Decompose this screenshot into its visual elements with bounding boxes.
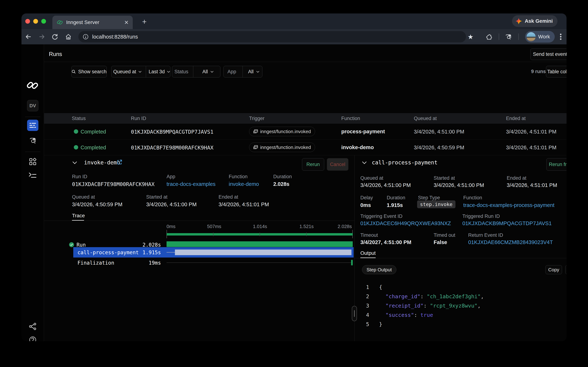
- return-event-link[interactable]: 01KJXDAE66CMZMB28439023V4T: [468, 239, 553, 245]
- tab-search-icon[interactable]: [504, 32, 513, 41]
- url-text: localhost:8288/runs: [92, 34, 138, 40]
- forward-icon[interactable]: [37, 32, 46, 41]
- tab-close-icon[interactable]: ✕: [124, 19, 129, 26]
- chevron-down-icon: [210, 71, 214, 73]
- toolbar-divider: [499, 33, 499, 40]
- chevron-down-icon: [256, 71, 259, 73]
- collapse-chevron-icon[interactable]: [362, 161, 367, 164]
- sidebar-item-share[interactable]: [27, 321, 38, 332]
- app-link[interactable]: trace-docs-examples: [166, 181, 215, 187]
- back-icon[interactable]: [24, 32, 33, 41]
- tab-strip: Inngest Server ✕ + Ask Gemini: [21, 13, 567, 29]
- profile-button[interactable]: Work: [525, 31, 555, 42]
- run-title: invoke-demo: [84, 159, 120, 166]
- terminal-icon: [29, 172, 37, 178]
- collapse-chevron-icon[interactable]: [72, 161, 77, 164]
- status-value-select[interactable]: All: [196, 69, 220, 75]
- table-row[interactable]: Completed 01KJXDACKB9MPQACGTDP7JAVS1 inn…: [44, 124, 567, 140]
- main-area: Runs Send test event ⚙ Show search Queue…: [44, 44, 567, 341]
- sidebar-item-terminal[interactable]: [27, 169, 38, 181]
- inngest-app: DV: [21, 44, 567, 341]
- inngest-favicon: [57, 19, 63, 25]
- site-info-icon[interactable]: [82, 33, 89, 40]
- step-span-bar[interactable]: [175, 250, 351, 255]
- rerun-button[interactable]: Rerun: [302, 158, 324, 171]
- check-circle-icon: [69, 242, 74, 247]
- rerun-from-step-button[interactable]: Rerun from step: [546, 158, 567, 171]
- status-dot: [74, 145, 78, 150]
- ask-gemini-button[interactable]: Ask Gemini: [512, 15, 557, 27]
- run-id-value: 01KJXDACBF7E98M00RAFCK9HAX: [72, 181, 155, 187]
- event-icon: [253, 129, 258, 134]
- event-icon: [253, 145, 258, 150]
- step-function-link[interactable]: trace-docs-examples-process-payment: [463, 202, 554, 208]
- new-tab-button[interactable]: +: [139, 17, 149, 27]
- share-icon: [29, 323, 37, 330]
- runs-count: 9 runs: [531, 69, 546, 74]
- triggering-event-link[interactable]: 01KJXDACEC6H49QRQXWEA93NXZ: [360, 220, 451, 226]
- status-filter[interactable]: Status All: [172, 66, 220, 77]
- external-link-icon[interactable]: [116, 159, 122, 165]
- sidebar-item-help[interactable]: [27, 334, 38, 341]
- step-type-chip: step.invoke: [417, 200, 455, 208]
- sidebar-item-apps[interactable]: [27, 156, 38, 167]
- finalization-span-bar[interactable]: [351, 260, 353, 265]
- run-span-bar[interactable]: [166, 241, 353, 247]
- word-wrap-button[interactable]: [565, 265, 567, 274]
- function-link[interactable]: invoke-demo: [229, 181, 259, 187]
- page-title: Runs: [49, 51, 62, 58]
- step-output-toggle[interactable]: Step Output: [362, 265, 396, 274]
- tab-output[interactable]: Output: [360, 250, 376, 256]
- browser-toolbar: localhost:8288/runs ★ Work: [21, 29, 567, 44]
- browser-window: Inngest Server ✕ + Ask Gemini: [21, 13, 567, 341]
- trigger-badge[interactable]: inngest/function.invoked: [249, 142, 315, 152]
- avatar: [527, 32, 536, 41]
- app-filter[interactable]: App All: [224, 66, 262, 77]
- table-header: Status Run ID Trigger Function Queued at…: [44, 113, 567, 124]
- time-range-select[interactable]: Last 3d: [149, 69, 170, 75]
- tab-trace[interactable]: Trace: [72, 213, 85, 219]
- maximize-button[interactable]: [41, 19, 46, 24]
- sidebar-item-search[interactable]: [27, 135, 38, 146]
- step-detail-panel: call-process-payment Rerun from step Que…: [355, 155, 567, 341]
- browser-menu-icon[interactable]: [556, 32, 565, 41]
- copy-button[interactable]: Copy: [546, 265, 562, 274]
- send-test-event-button[interactable]: Send test event: [530, 48, 567, 60]
- sidebar-divider-2: [25, 152, 40, 152]
- gemini-icon: [515, 18, 522, 25]
- doc-search-icon: [29, 137, 37, 145]
- trace-row-finalization[interactable]: Finalization 19ms: [44, 258, 354, 268]
- bookmark-star-icon[interactable]: ★: [466, 32, 475, 41]
- minimize-button[interactable]: [33, 19, 38, 24]
- help-icon: [29, 336, 37, 341]
- run-detail-panel: invoke-demo Rerun Cancel Run ID 01KJXDAC…: [44, 155, 354, 341]
- app-value-select[interactable]: All: [245, 69, 262, 75]
- table-row[interactable]: Completed 01KJXDACBF7E98M00RAFCK9HAX inn…: [44, 140, 567, 155]
- chevron-down-icon: [167, 71, 170, 73]
- runs-list-icon: [29, 123, 36, 128]
- sidebar: DV: [21, 44, 44, 341]
- table-columns-button[interactable]: Table columns: [546, 66, 567, 77]
- trigger-badge[interactable]: inngest/function.invoked: [249, 127, 315, 136]
- cancel-button[interactable]: Cancel: [327, 158, 348, 171]
- show-search-button[interactable]: Show search: [71, 66, 107, 77]
- triggered-run-link[interactable]: 01KJXDACKB9MPQACGTDP7JAVS1: [462, 220, 552, 226]
- step-title: call-process-payment: [372, 159, 438, 166]
- chevron-down-icon: [138, 71, 142, 73]
- status-dot: [74, 129, 78, 134]
- extensions-icon[interactable]: [485, 32, 493, 41]
- address-bar[interactable]: localhost:8288/runs: [78, 31, 466, 42]
- close-button[interactable]: [25, 19, 30, 24]
- reload-icon[interactable]: [50, 32, 59, 41]
- sidebar-item-runs[interactable]: [27, 120, 38, 131]
- search-icon: [72, 69, 76, 74]
- step-output-code[interactable]: 1{ 2"charge_id": "ch_1abc2def3ghi", 3"re…: [366, 283, 484, 329]
- queued-at-field-select[interactable]: Queued at: [111, 69, 143, 75]
- trace-row-call-process-payment[interactable]: call-process-payment 1.915s: [73, 247, 354, 258]
- apps-grid-icon: [29, 158, 37, 166]
- queued-at-filter[interactable]: Queued at Last 3d: [111, 66, 170, 77]
- workspace-badge[interactable]: DV: [27, 100, 38, 111]
- home-icon[interactable]: [64, 32, 73, 41]
- inngest-logo: [26, 80, 39, 90]
- browser-tab[interactable]: Inngest Server ✕: [52, 16, 133, 29]
